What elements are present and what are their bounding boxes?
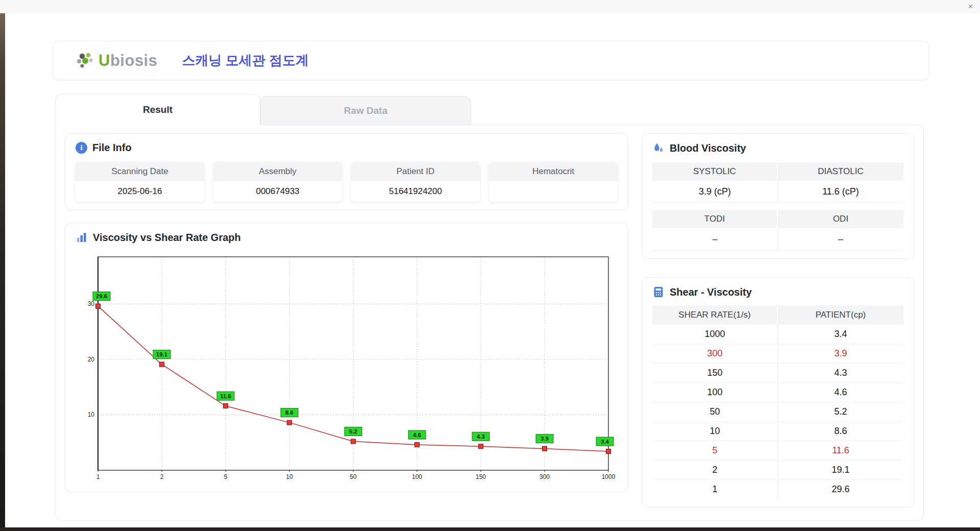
ubiosis-logo: Ubiosis bbox=[76, 51, 157, 70]
logo-text-rest: biosis bbox=[110, 52, 158, 69]
bv-value-odi: – bbox=[778, 228, 903, 250]
graph-heading-row: Viscosity vs Shear Rate Graph bbox=[76, 231, 618, 244]
patient-cell: 19.1 bbox=[778, 461, 903, 479]
svg-text:4.6: 4.6 bbox=[413, 432, 421, 438]
patient-cell: 4.3 bbox=[778, 364, 903, 382]
page-title: 스캐닝 모세관 점도계 bbox=[182, 52, 308, 69]
tab-raw-data[interactable]: Raw Data bbox=[260, 96, 471, 125]
shear-rate-cell: 5 bbox=[652, 441, 778, 460]
patient-cell: 29.6 bbox=[778, 480, 903, 499]
svg-text:1000: 1000 bbox=[602, 473, 616, 480]
field-label: Scanning Date bbox=[76, 162, 204, 181]
shear-viscosity-table: SHEAR RATE(1/s) PATIENT(cp) 1000 3.4 300… bbox=[652, 305, 903, 499]
svg-text:100: 100 bbox=[412, 473, 422, 480]
svg-text:11.6: 11.6 bbox=[220, 393, 231, 399]
result-panel: i File Info Scanning Date 2025-06-16 Ass… bbox=[55, 125, 924, 521]
shear-viscosity-heading-row: Shear - Viscosity bbox=[652, 286, 903, 298]
shear-rate-cell: 1 bbox=[652, 480, 778, 499]
svg-text:19.1: 19.1 bbox=[156, 351, 168, 357]
calculator-icon bbox=[652, 286, 665, 298]
app-content: Ubiosis 스캐닝 모세관 점도계 Result Raw Data i Fi… bbox=[5, 13, 980, 527]
droplet-icon bbox=[652, 142, 665, 154]
file-info-field-assembly: Assembly 000674933 bbox=[213, 162, 342, 202]
file-info-card: i File Info Scanning Date 2025-06-16 Ass… bbox=[65, 133, 628, 210]
logo-text: Ubiosis bbox=[99, 52, 157, 70]
svg-text:5.2: 5.2 bbox=[349, 428, 357, 435]
table-row: 50 5.2 bbox=[652, 402, 903, 422]
svg-text:150: 150 bbox=[476, 473, 486, 480]
bv-header-systolic: SYSTOLIC bbox=[652, 162, 778, 181]
field-value: 000674933 bbox=[213, 181, 342, 202]
svg-text:8.6: 8.6 bbox=[285, 409, 293, 416]
shear-table-header-row: SHEAR RATE(1/s) PATIENT(cp) bbox=[652, 305, 903, 325]
table-row: 1000 3.4 bbox=[652, 325, 903, 344]
patient-cell: 3.9 bbox=[778, 344, 903, 363]
shear-rate-column-header: SHEAR RATE(1/s) bbox=[652, 305, 778, 325]
bv-value-diastolic: 11.6 (cP) bbox=[778, 181, 903, 203]
shear-rate-cell: 10 bbox=[652, 422, 778, 441]
shear-rate-cell: 1000 bbox=[652, 325, 778, 344]
blood-viscosity-heading: Blood Viscosity bbox=[670, 142, 746, 154]
logo-text-u: U bbox=[99, 52, 110, 69]
file-info-heading: File Info bbox=[92, 142, 132, 154]
field-value bbox=[489, 181, 618, 202]
bv-header-row: SYSTOLICDIASTOLIC bbox=[652, 162, 903, 181]
file-info-heading-row: i File Info bbox=[76, 142, 618, 154]
svg-text:20: 20 bbox=[88, 356, 95, 363]
window-top-bar: × bbox=[0, 0, 980, 13]
patient-cell: 11.6 bbox=[778, 441, 903, 460]
left-column: i File Info Scanning Date 2025-06-16 Ass… bbox=[65, 133, 628, 512]
bv-header-row: TODIODI bbox=[652, 210, 903, 228]
field-label: Hematocrit bbox=[489, 162, 618, 181]
logo-dots-icon bbox=[76, 51, 96, 70]
table-row: 150 4.3 bbox=[652, 364, 903, 383]
bv-header-odi: ODI bbox=[778, 210, 903, 228]
shear-rate-cell: 150 bbox=[652, 364, 778, 382]
blood-viscosity-table: SYSTOLICDIASTOLIC3.9 (cP)11.6 (cP)TODIOD… bbox=[652, 162, 903, 250]
patient-cell: 4.6 bbox=[778, 383, 903, 402]
graph-card: Viscosity vs Shear Rate Graph 1020301251… bbox=[65, 223, 628, 492]
file-info-field-patient-id: Patient ID 51641924200 bbox=[351, 162, 480, 202]
blood-viscosity-card: Blood Viscosity SYSTOLICDIASTOLIC3.9 (cP… bbox=[642, 133, 914, 259]
bv-value-todi: – bbox=[652, 228, 778, 250]
table-row: 300 3.9 bbox=[652, 344, 903, 364]
table-row: 5 11.6 bbox=[652, 441, 903, 461]
svg-text:5: 5 bbox=[224, 473, 228, 480]
shear-viscosity-heading: Shear - Viscosity bbox=[670, 286, 752, 298]
svg-text:3.4: 3.4 bbox=[601, 439, 609, 445]
tab-result[interactable]: Result bbox=[55, 94, 260, 125]
close-icon[interactable]: × bbox=[968, 2, 973, 12]
shear-rate-cell: 2 bbox=[652, 461, 778, 479]
bv-value-row: –– bbox=[652, 228, 903, 250]
bv-value-row: 3.9 (cP)11.6 (cP) bbox=[652, 181, 903, 203]
bv-value-systolic: 3.9 (cP) bbox=[652, 181, 778, 203]
graph-heading: Viscosity vs Shear Rate Graph bbox=[93, 232, 241, 244]
svg-text:10: 10 bbox=[286, 473, 293, 480]
svg-text:3.9: 3.9 bbox=[541, 436, 549, 442]
patient-cell: 8.6 bbox=[778, 422, 903, 441]
field-value: 2025-06-16 bbox=[76, 181, 204, 202]
svg-text:1: 1 bbox=[96, 473, 100, 480]
bv-header-diastolic: DIASTOLIC bbox=[778, 162, 903, 181]
shear-viscosity-card: Shear - Viscosity SHEAR RATE(1/s) PATIEN… bbox=[642, 277, 914, 508]
info-icon: i bbox=[76, 142, 87, 154]
patient-column-header: PATIENT(cp) bbox=[778, 305, 903, 325]
svg-text:2: 2 bbox=[160, 473, 164, 480]
desktop-edge-bottom bbox=[0, 527, 980, 531]
svg-text:30: 30 bbox=[88, 300, 95, 307]
table-row: 10 8.6 bbox=[652, 422, 903, 441]
svg-text:10: 10 bbox=[88, 411, 95, 418]
svg-text:29.6: 29.6 bbox=[96, 293, 107, 299]
table-row: 1 29.6 bbox=[652, 480, 903, 499]
file-info-fields: Scanning Date 2025-06-16 Assembly 000674… bbox=[76, 162, 618, 202]
field-value: 51641924200 bbox=[351, 181, 480, 202]
desktop-edge-left bbox=[0, 0, 5, 531]
viscosity-chart: 1020301251050100150300100029.619.111.68.… bbox=[76, 250, 616, 484]
bar-chart-icon bbox=[76, 231, 88, 244]
tab-bar: Result Raw Data bbox=[55, 94, 471, 125]
app-window: × Ubiosis 스캐닝 모세관 점도계 Result Raw Data bbox=[0, 0, 980, 531]
file-info-field-scanning-date: Scanning Date 2025-06-16 bbox=[76, 162, 204, 202]
svg-text:4.3: 4.3 bbox=[477, 433, 485, 440]
shear-rate-cell: 300 bbox=[652, 344, 778, 363]
field-label: Patient ID bbox=[351, 162, 480, 181]
